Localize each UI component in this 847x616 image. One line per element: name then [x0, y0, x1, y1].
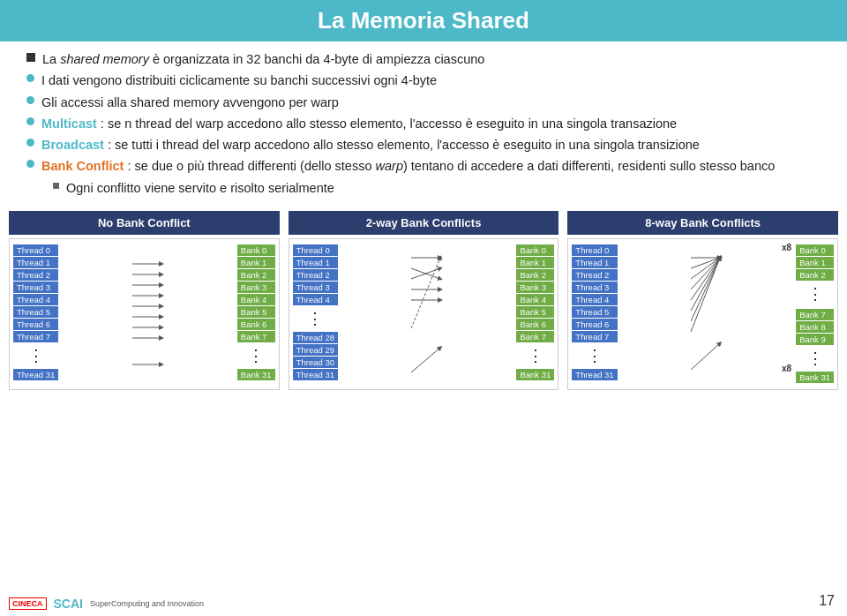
scai-logo: SCAI — [54, 597, 83, 611]
diagram-section: No Bank Conflict 2-way Bank Conflicts 8-… — [9, 211, 838, 390]
bank-box: Bank 0 — [237, 244, 275, 256]
thread-box: Thread 29 — [293, 344, 338, 356]
bullet-item-multicast: Multicast : se n thread del warp accedon… — [26, 115, 821, 132]
thread-box: Thread 2 — [293, 269, 338, 281]
thread-box-last: Thread 31 — [13, 369, 58, 380]
footer: CINECA SCAI SuperComputing and Innovatio… — [9, 597, 204, 611]
bank-box: Bank 3 — [516, 282, 554, 293]
bank-box: Bank 4 — [237, 294, 275, 305]
bank-box: Bank 6 — [516, 319, 554, 330]
no-conflict-diagram: Thread 0 Thread 1 Thread 2 Thread 3 Thre… — [9, 238, 280, 390]
thread-box: Thread 5 — [572, 306, 617, 318]
dots: ⋮ — [796, 284, 834, 304]
arrows-svg — [131, 257, 166, 372]
thread-box: Thread 0 — [293, 244, 338, 256]
bullet-small-square-icon — [53, 183, 59, 189]
svg-line-14 — [411, 258, 440, 328]
thread-box: Thread 0 — [572, 244, 617, 256]
bullet-text-multicast: Multicast : se n thread del warp accedon… — [41, 115, 677, 132]
thread-box: Thread 3 — [13, 282, 58, 293]
arrows-no-conflict — [58, 244, 236, 384]
bank-box: Bank 5 — [516, 306, 554, 318]
thread-box: Thread 3 — [293, 282, 338, 293]
bank-box: Bank 9 — [796, 334, 834, 345]
slide-title: La Memoria Shared — [0, 7, 847, 34]
eight-way-threads: Thread 0 Thread 1 Thread 2 Thread 3 Thre… — [572, 244, 617, 384]
x8-label-top: x8 — [782, 243, 791, 252]
thread-box: Thread 2 — [572, 269, 617, 281]
thread-box: Thread 7 — [13, 331, 58, 342]
bank-box: Bank 7 — [237, 331, 275, 342]
no-conflict-header: No Bank Conflict — [9, 211, 280, 235]
thread-box: Thread 6 — [572, 319, 617, 330]
bullet-item-sub: Ogni conflitto viene servito e risolto s… — [26, 179, 821, 197]
svg-line-24 — [691, 343, 720, 370]
arrows-svg-8way — [689, 251, 724, 379]
thread-box: Thread 2 — [13, 269, 58, 281]
bullet-item-3: Gli accessi alla shared memory avvengono… — [26, 94, 821, 111]
thread-box: Thread 4 — [293, 294, 338, 305]
no-conflict-threads: Thread 0 Thread 1 Thread 2 Thread 3 Thre… — [13, 244, 58, 384]
bank-box: Bank 3 — [237, 282, 275, 293]
dots: ⋮ — [796, 349, 834, 368]
bank-box: Bank 2 — [516, 269, 554, 281]
bullet-text-1: La shared memory è organizzata in 32 ban… — [42, 50, 484, 68]
bullet-text-bankconflict: Bank Conflict : se due o più thread diff… — [41, 157, 775, 175]
slide-header: La Memoria Shared — [0, 0, 847, 41]
thread-box-last: Thread 31 — [572, 369, 617, 380]
bullet-circle-icon-5 — [26, 139, 34, 146]
dots: ⋮ — [237, 346, 275, 365]
bullet-text-3: Gli accessi alla shared memory avvengono… — [41, 94, 339, 111]
no-conflict-banks: Bank 0 Bank 1 Bank 2 Bank 3 Bank 4 Bank … — [237, 244, 275, 384]
bank-box: Bank 5 — [237, 306, 275, 318]
svg-line-22 — [691, 258, 720, 321]
thread-box: Thread 1 — [293, 257, 338, 268]
bank-box: Bank 2 — [237, 269, 275, 281]
two-way-diagram: Thread 0 Thread 1 Thread 2 Thread 3 Thre… — [289, 238, 559, 390]
bank-box: Bank 6 — [237, 319, 275, 330]
two-way-threads: Thread 0 Thread 1 Thread 2 Thread 3 Thre… — [293, 244, 338, 384]
x8-label-bottom: x8 — [782, 364, 791, 373]
bank-box: Bank 0 — [796, 244, 834, 256]
dots: ⋮ — [572, 346, 617, 365]
thread-box: Thread 6 — [13, 319, 58, 330]
two-way-header: 2-way Bank Conflicts — [289, 211, 559, 235]
bullet-text-sub: Ogni conflitto viene servito e risolto s… — [66, 179, 334, 197]
bullet-circle-icon-6 — [26, 160, 34, 168]
dots: ⋮ — [13, 346, 58, 365]
thread-box: Thread 1 — [572, 257, 617, 268]
page-number: 17 — [819, 593, 835, 609]
diagram-bodies: Thread 0 Thread 1 Thread 2 Thread 3 Thre… — [9, 238, 838, 390]
bank-box: Bank 1 — [237, 257, 275, 268]
arrows-svg-2way — [409, 251, 445, 379]
eight-way-header: 8-way Bank Conflicts — [567, 211, 838, 235]
bank-box-last: Bank 31 — [237, 369, 275, 380]
bank-box: Bank 8 — [796, 321, 834, 333]
thread-box: Thread 4 — [572, 294, 617, 305]
thread-box-last: Thread 31 — [293, 369, 338, 380]
bank-box: Bank 7 — [796, 309, 834, 320]
arrows-eight-way — [618, 244, 796, 384]
main-content: La shared memory è organizzata in 32 ban… — [0, 41, 847, 206]
bullet-square-icon — [26, 53, 35, 62]
thread-box: Thread 1 — [13, 257, 58, 268]
thread-box: Thread 0 — [13, 244, 58, 256]
eight-way-banks: Bank 0 Bank 1 Bank 2 ⋮ Bank 7 Bank 8 Ban… — [796, 244, 834, 384]
bank-box: Bank 1 — [516, 257, 554, 268]
cineca-logo: CINECA — [9, 597, 47, 610]
bullet-item-broadcast: Broadcast : se tutti i thread del warp a… — [26, 136, 821, 154]
bullet-text-2: I dati vengono distribuiti ciclicamente … — [41, 71, 437, 89]
bank-box-last: Bank 31 — [796, 372, 834, 383]
thread-box: Thread 7 — [572, 331, 617, 342]
thread-box: Thread 4 — [13, 294, 58, 305]
bank-box-last: Bank 31 — [516, 369, 554, 380]
bank-box: Bank 4 — [516, 294, 554, 305]
bullet-text-broadcast: Broadcast : se tutti i thread del warp a… — [41, 136, 700, 154]
scai-subtitle: SuperComputing and Innovation — [90, 599, 204, 608]
thread-box: Thread 28 — [293, 332, 338, 343]
bank-box: Bank 2 — [796, 269, 834, 281]
thread-box: Thread 3 — [572, 282, 617, 293]
bank-box: Bank 7 — [516, 331, 554, 342]
bank-box: Bank 1 — [796, 257, 834, 268]
eight-way-diagram: x8 x8 Thread 0 Thread 1 Thread 2 Thread … — [567, 238, 838, 390]
